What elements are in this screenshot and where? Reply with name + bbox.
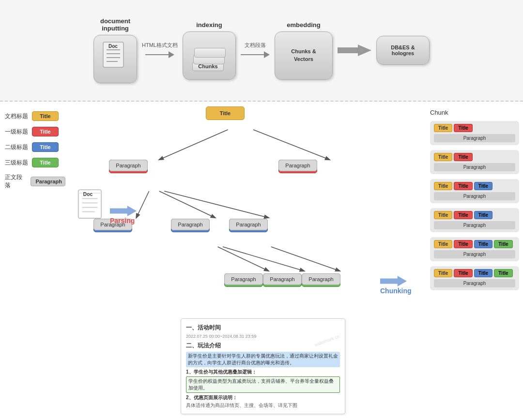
chunk-row-3-badge-1: Title: [454, 182, 472, 190]
preview-section2-text: 新学生价是主要针对学生人群的专属优惠玩法，通过商家让利设置礼金的方式，向学生人群…: [186, 352, 340, 367]
chunk-row-1-badge-1: Title: [454, 124, 472, 132]
chunks-vectors-box: Chunks &Vectors: [275, 31, 333, 80]
chunk-row-4-badge-0: Title: [434, 211, 452, 219]
chunk-display-panel: Chunk Title Title Paragraph Title Title …: [426, 102, 523, 420]
node-l2-2-para-text: Paragraph: [178, 222, 202, 227]
legend-h2-label: 二级标题: [5, 143, 28, 151]
node-l1-right-para-text: Paragraph: [285, 163, 310, 168]
chunk-row-3-badges: Title Title Title: [434, 182, 515, 190]
preview-sub1-text: 学生价的权益类型为直减类玩法，支持店铺券、平台券等全量权益叠加使用。: [186, 376, 340, 393]
big-arrow: [338, 45, 371, 56]
node-l1-left-para: Paragraph: [109, 160, 148, 171]
legend-h2: 二级标题 Title: [5, 142, 65, 152]
diagram-area: Title Title Paragraph Title Paragraph Ti…: [70, 102, 426, 420]
arrow-doc-para: 文档段落: [241, 42, 270, 60]
chunk-row-2-para: Paragraph: [434, 163, 515, 171]
node-root-text: Title: [220, 110, 231, 116]
legend-panel: 文档标题 Title 一级标题 Title 二级标题 Title 三级标题 Ti…: [0, 102, 70, 420]
svg-line-9: [159, 191, 215, 218]
chunk-row-4-badge-2: Title: [474, 211, 492, 219]
chunk-row-4: Title Title Title Paragraph: [430, 208, 519, 232]
chunk-row-4-para: Paragraph: [434, 221, 515, 229]
db-es-box: DB&ES & hologres: [376, 36, 430, 65]
chunk-row-5-badge-3: Title: [494, 240, 512, 248]
chunk-row-3-para: Paragraph: [434, 192, 515, 200]
chunk-row-6: Title Title Title Title Paragraph: [430, 266, 519, 290]
legend-h1: 一级标题 Title: [5, 127, 65, 136]
preview-section1-title: 一、活动时间: [186, 324, 340, 332]
node-root-title: Title: [206, 106, 245, 120]
chunks-icon-box: Chunks: [183, 31, 236, 80]
node-l3-1-para: Paragraph: [224, 273, 263, 285]
bottom-section: 文档标题 Title 一级标题 Title 二级标题 Title 三级标题 Ti…: [0, 102, 523, 420]
arrow-html-label: HTML格式文档: [142, 42, 178, 60]
legend-para-badge: Paragraph: [31, 177, 65, 186]
legend-para-label: 正文段落: [5, 173, 27, 190]
chunk-row-6-badge-0: Title: [434, 269, 452, 277]
chunk-row-2-badge-0: Title: [434, 153, 452, 161]
legend-doc-title-label: 文档标题: [5, 112, 28, 120]
chunk-row-3-badge-2: Title: [474, 182, 492, 190]
chunk-row-5-para: Paragraph: [434, 250, 515, 258]
chunk-row-1-para: Paragraph: [434, 134, 515, 142]
node-l3-3-para: Paragraph: [302, 273, 340, 285]
chunk-row-1-badges: Title Title: [434, 124, 515, 132]
svg-line-8: [137, 191, 149, 218]
node-l3-2-para-text: Paragraph: [270, 276, 294, 282]
doc-para-label-text: 文档段落: [245, 42, 266, 49]
chunk-row-3-badge-0: Title: [434, 182, 452, 190]
chunking-arrow: [380, 276, 407, 286]
legend-h1-badge: Title: [32, 127, 59, 136]
legend-doc-title: 文档标题 Title: [5, 111, 65, 121]
preview-section1-date: 2022.07.25 00:00~2024.08.31 23:59: [186, 334, 340, 339]
doc-inputting-box: document inputting Doc: [93, 17, 137, 83]
embedding-label: embedding: [287, 21, 320, 29]
chunk-row-5-badges: Title Title Title Title: [434, 240, 515, 248]
svg-line-12: [223, 247, 304, 271]
preview-sub2-text: 具体适传通为商品详情页、主搜、会场等、详见下图: [186, 402, 340, 409]
chunk-row-4-badges: Title Title Title: [434, 211, 515, 219]
node-l1-left-para-text: Paragraph: [116, 163, 140, 168]
legend-h3: 三级标题 Title: [5, 158, 65, 167]
chunking-label: Chunking: [380, 287, 412, 295]
svg-line-10: [164, 191, 268, 218]
doc-inputting-label: document inputting: [100, 17, 130, 32]
html-label-text: HTML格式文档: [142, 42, 178, 49]
chunk-row-5: Title Title Title Title Paragraph: [430, 237, 519, 261]
svg-text:Doc: Doc: [108, 44, 118, 49]
chunk-row-6-para: Paragraph: [434, 279, 515, 287]
legend-h3-label: 三级标题: [5, 159, 28, 167]
parsing-arrow: [110, 206, 137, 216]
parsing-label: Parsing: [110, 217, 135, 225]
svg-line-6: [159, 130, 228, 160]
chunk-row-2-badges: Title Title: [434, 153, 515, 161]
svg-text:Doc: Doc: [83, 192, 93, 197]
chunk-row-6-badges: Title Title Title Title: [434, 269, 515, 277]
chunks-vectors-label: Chunks &Vectors: [291, 48, 316, 63]
chunk-row-3: Title Title Title Paragraph: [430, 179, 519, 203]
doc-icon: Doc: [101, 41, 130, 77]
indexing-label: indexing: [196, 21, 222, 29]
legend-h2-badge: Title: [32, 142, 59, 152]
chunk-row-6-badge-2: Title: [474, 269, 492, 277]
doc-preview-box: 一、活动时间 2022.07.25 00:00~2024.08.31 23:59…: [181, 318, 345, 414]
db-es-label: DB&ES & hologres: [391, 45, 415, 56]
chunk-panel-label: Chunk: [430, 109, 519, 116]
node-l3-3-para-text: Paragraph: [308, 276, 333, 282]
chunk-row-1-badge-0: Title: [434, 124, 452, 132]
node-l2-2-para: Paragraph: [171, 219, 210, 230]
preview-sub2-title: 2、优惠页面展示说明：: [186, 394, 340, 401]
chunk-row-5-badge-1: Title: [454, 240, 472, 248]
legend-h3-badge: Title: [32, 158, 59, 167]
legend-para: 正文段落 Paragraph: [5, 173, 65, 190]
node-l1-right-para: Paragraph: [278, 160, 317, 171]
chunks-visual: Chunks: [192, 40, 226, 71]
chunk-row-2-badge-1: Title: [454, 153, 472, 161]
doc-icon-box: Doc: [93, 35, 137, 83]
chunk-row-5-badge-2: Title: [474, 240, 492, 248]
chunk-row-5-badge-0: Title: [434, 240, 452, 248]
chunk-row-6-badge-3: Title: [494, 269, 512, 277]
chunk-row-1: Title Title Paragraph: [430, 121, 519, 145]
indexing-box: indexing Chunks: [183, 21, 236, 80]
node-l3-2-para: Paragraph: [263, 273, 302, 285]
